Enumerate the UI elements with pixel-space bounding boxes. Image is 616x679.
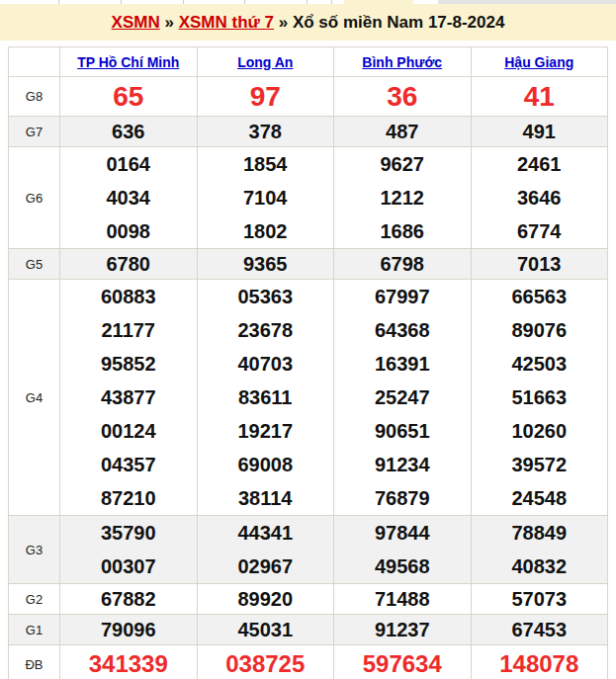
result-number: 39572 [472, 448, 608, 481]
result-cell: 41 [471, 77, 608, 117]
result-number: 2461 [472, 147, 608, 181]
result-number: 1686 [334, 214, 471, 248]
prize-label: G6 [9, 147, 60, 249]
province-header: Hậu Giang [471, 47, 608, 77]
result-number: 04357 [60, 448, 197, 481]
breadcrumb-separator: » [274, 13, 293, 33]
result-number: 24548 [472, 481, 608, 515]
result-number: 05363 [198, 280, 334, 313]
result-number: 23678 [198, 313, 334, 347]
header-row: TP Hồ Chí MinhLong AnBình PhướcHậu Giang [9, 47, 608, 77]
result-cell: 36 [334, 77, 472, 117]
result-number: 10260 [472, 414, 608, 448]
province-header-link[interactable]: Long An [237, 54, 293, 70]
page-title: Xổ số miền Nam 17-8-2024 [293, 13, 504, 33]
province-header-link[interactable]: Hậu Giang [504, 54, 573, 70]
prize-label-header [9, 47, 60, 77]
result-number: 89920 [198, 584, 334, 614]
prize-label: G7 [9, 117, 60, 147]
result-number: 038725 [198, 645, 334, 679]
result-number: 9365 [198, 249, 334, 279]
result-cell: 038725 [197, 645, 334, 679]
result-number: 67882 [60, 584, 197, 614]
top-tab-strip [0, 0, 616, 4]
result-cell: 57073 [471, 584, 608, 615]
result-cell: 67453 [471, 615, 608, 645]
prize-row-g1: G179096450319123767453 [9, 615, 608, 645]
result-cell: 9365 [197, 249, 334, 280]
result-number: 36 [334, 77, 471, 116]
result-number: 6780 [60, 249, 197, 279]
breadcrumb-link-xsmn[interactable]: XSMN [112, 13, 160, 33]
result-cell: 66563890764250351663102603957224548 [471, 280, 608, 516]
result-number: 21177 [60, 313, 197, 347]
breadcrumb-link-xsmn-thu-7[interactable]: XSMN thứ 7 [179, 13, 274, 33]
tab-divider [183, 0, 184, 4]
result-number: 78849 [472, 516, 608, 550]
result-number: 148078 [472, 645, 608, 679]
active-tab-remnant [344, 0, 413, 4]
result-number: 16391 [334, 347, 471, 381]
result-number: 69008 [198, 448, 334, 481]
province-header-link[interactable]: TP Hồ Chí Minh [77, 54, 179, 70]
result-cell: 3579000307 [60, 516, 198, 584]
result-cell: 636 [60, 117, 198, 147]
prize-row-g8: G865973641 [9, 77, 608, 117]
province-header: Long An [197, 47, 334, 77]
result-number: 41 [472, 77, 608, 116]
result-number: 87210 [60, 481, 197, 515]
result-number: 491 [472, 117, 608, 146]
tab-divider [121, 0, 122, 4]
result-number: 79096 [60, 615, 197, 644]
result-number: 97 [198, 77, 334, 116]
result-number: 40832 [472, 550, 608, 583]
result-number: 44341 [198, 516, 334, 550]
result-number: 1802 [198, 214, 334, 248]
province-header-link[interactable]: Bình Phước [362, 54, 442, 70]
result-number: 1212 [334, 181, 471, 214]
result-cell: 487 [334, 117, 472, 147]
result-cell: 67882 [60, 584, 198, 615]
prize-row-g3: G335790003074434102967978444956878849408… [9, 516, 608, 584]
prize-label: G5 [9, 249, 60, 280]
result-number: 0164 [60, 147, 197, 181]
result-cell: 148078 [471, 645, 608, 679]
prize-label: ĐB [9, 645, 60, 679]
result-cell: 45031 [197, 615, 334, 645]
result-number: 35790 [60, 516, 197, 550]
result-number: 91237 [334, 615, 471, 644]
result-number: 65 [60, 77, 197, 116]
prize-row-g5: G56780936567987013 [9, 249, 608, 280]
result-number: 95852 [60, 347, 197, 381]
result-number: 90651 [334, 414, 471, 448]
tab-divider [244, 0, 245, 4]
result-cell: 6780 [60, 249, 198, 280]
results-table: TP Hồ Chí MinhLong AnBình PhướcHậu Giang… [8, 46, 608, 679]
result-number: 67453 [472, 615, 608, 644]
prize-label: G8 [9, 77, 60, 117]
result-cell: 378 [197, 117, 334, 147]
result-number: 378 [198, 117, 334, 146]
result-number: 00307 [60, 550, 197, 583]
result-number: 6798 [334, 249, 471, 279]
result-cell: 7884940832 [471, 516, 608, 584]
result-cell: 97 [197, 77, 334, 117]
result-number: 49568 [334, 550, 471, 583]
result-cell: 79096 [60, 615, 198, 645]
result-number: 91234 [334, 448, 471, 481]
result-cell: 185471041802 [197, 147, 334, 249]
result-number: 42503 [472, 347, 608, 381]
result-number: 43877 [60, 381, 197, 414]
result-cell: 60883211779585243877001240435787210 [60, 280, 198, 516]
result-cell: 491 [471, 117, 608, 147]
prize-row-g6: G601644034009818547104180296271212168624… [9, 147, 608, 249]
result-number: 19217 [198, 414, 334, 448]
breadcrumb-separator: » [160, 13, 179, 33]
prize-row-đb: ĐB341339038725597634148078 [9, 645, 608, 679]
result-cell: 65 [60, 77, 198, 117]
tab-divider [58, 0, 59, 4]
prize-row-g4: G460883211779585243877001240435787210053… [9, 280, 608, 516]
result-number: 3646 [472, 181, 608, 214]
tab-strip-end [438, 0, 616, 4]
result-cell: 962712121686 [334, 147, 472, 249]
